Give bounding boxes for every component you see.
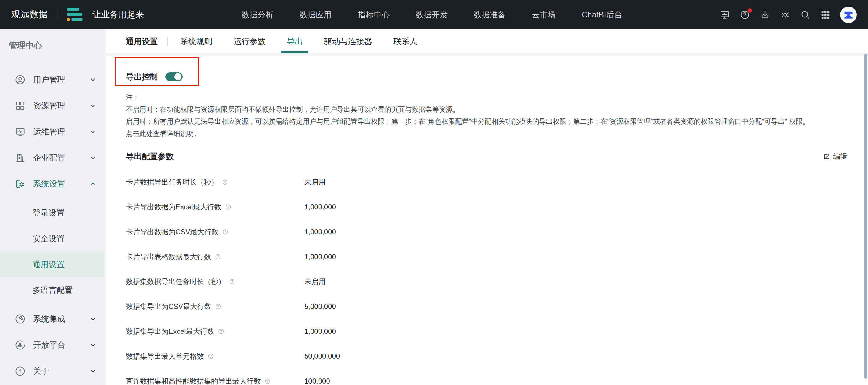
export-control-row: 导出控制	[126, 71, 868, 82]
sidebar-subitem-login-settings[interactable]: 登录设置	[0, 200, 105, 226]
question-circle-icon[interactable]	[222, 179, 228, 185]
brand-divider	[57, 9, 57, 21]
chevron-down-icon	[89, 154, 97, 162]
app-window: 观远数据 让业务用起来 数据分析 数据应用 指标中心 数据开发 数据准备 云市场…	[0, 0, 868, 385]
open-platform-icon	[14, 339, 26, 351]
sidebar-subitem-multilanguage-config[interactable]: 多语言配置	[0, 277, 105, 303]
vertical-scrollbar[interactable]	[864, 54, 867, 379]
param-value: 未启用	[304, 177, 868, 187]
tab-system-rules[interactable]: 系统规则	[180, 29, 212, 53]
nav-item-data-prep[interactable]: 数据准备	[474, 9, 506, 20]
sidebar-item-resource-management[interactable]: 资源管理	[0, 93, 105, 119]
tab-contacts[interactable]: 联系人	[394, 29, 417, 53]
sidebar-item-enterprise-config[interactable]: 企业配置	[0, 145, 105, 171]
param-value: 1,000,000	[304, 203, 868, 211]
question-circle-icon[interactable]	[265, 378, 271, 384]
wrench-circle-icon	[14, 313, 26, 325]
building-icon	[14, 152, 26, 164]
param-row-card-excel-max-rows: 卡片导出数据为Excel最大行数 1,000,000	[105, 195, 868, 219]
param-row-dataset-export-duration: 数据集数据导出任务时长（秒） 未启用	[105, 269, 868, 294]
export-control-label: 导出控制	[126, 71, 158, 82]
topbar: 观远数据 让业务用起来 数据分析 数据应用 指标中心 数据开发 数据准备 云市场…	[0, 0, 868, 29]
gear-icon[interactable]	[780, 9, 790, 20]
tab-drivers-connectors[interactable]: 驱动与连接器	[324, 29, 372, 53]
export-note: 注： 不启用时：在功能权限与资源权限层面均不做额外导出控制，允许用户导出其可以查…	[126, 91, 868, 140]
export-settings-content: 导出控制 注： 不启用时：在功能权限与资源权限层面均不做额外导出控制，允许用户导…	[105, 56, 868, 385]
chevron-down-icon	[89, 315, 97, 323]
monitor-icon	[14, 126, 26, 138]
question-circle-icon[interactable]	[218, 328, 224, 335]
sidebar: 管理中心 用户管理 资源管理 运维管理	[0, 29, 105, 385]
param-row-card-table-max-rows: 卡片导出表格数据最大行数 1,000,000	[105, 244, 868, 269]
squares-icon	[14, 100, 26, 112]
nav-item-metrics-center[interactable]: 指标中心	[358, 9, 390, 20]
brand-name: 观远数据	[11, 8, 48, 21]
sidebar-subitem-security-settings[interactable]: 安全设置	[0, 226, 105, 251]
toggle-knob	[174, 73, 182, 80]
page-title: 通用设置	[126, 36, 158, 47]
export-params-title: 导出配置参数	[126, 151, 174, 162]
sidebar-item-ops-management[interactable]: 运维管理	[0, 119, 105, 145]
brand-slogan: 让业务用起来	[92, 9, 144, 21]
sidebar-subitem-general-settings[interactable]: 通用设置	[0, 251, 105, 277]
nav-item-data-analysis[interactable]: 数据分析	[242, 9, 274, 20]
question-circle-icon[interactable]	[215, 303, 221, 310]
param-row-direct-dataset-max-rows: 直连数据集和高性能数据集的导出最大行数 100,000	[105, 369, 868, 385]
monitor-pulse-icon[interactable]	[719, 9, 730, 20]
edit-icon	[823, 153, 830, 160]
note-line: 注：	[126, 91, 868, 103]
export-params-list: 卡片数据导出任务时长（秒） 未启用 卡片导出数据为Excel最大行数 1,000…	[105, 170, 868, 385]
question-circle-icon[interactable]	[225, 204, 231, 210]
tab-export[interactable]: 导出	[287, 29, 303, 53]
chevron-down-icon	[89, 367, 97, 375]
chevron-down-icon	[89, 76, 97, 84]
nav-item-data-dev[interactable]: 数据开发	[416, 9, 447, 20]
sidebar-item-system-settings[interactable]: 系统设置	[0, 171, 105, 197]
sidebar-title: 管理中心	[9, 40, 105, 51]
settings-tabbar: 通用设置 系统规则 运行参数 导出 驱动与连接器 联系人	[105, 29, 868, 53]
sidebar-item-system-integration[interactable]: 系统集成	[0, 306, 105, 332]
param-value: 5,000,000	[304, 302, 868, 311]
param-row-dataset-csv-max-rows: 数据集导出为CSV最大行数 5,000,000	[105, 294, 868, 319]
nav-item-data-apps[interactable]: 数据应用	[300, 9, 332, 20]
tab-runtime-params[interactable]: 运行参数	[234, 29, 266, 53]
param-row-card-csv-max-rows: 卡片导出数据为CSV最大行数 1,000,000	[105, 219, 868, 244]
system-settings-submenu: 登录设置 安全设置 通用设置 多语言配置	[0, 197, 105, 306]
nav-item-cloud-market[interactable]: 云市场	[532, 9, 556, 20]
apps-grid-icon[interactable]	[820, 9, 831, 20]
question-circle-icon[interactable]	[215, 254, 221, 260]
chevron-down-icon	[89, 341, 97, 349]
param-value: 1,000,000	[304, 327, 868, 335]
download-icon[interactable]	[760, 9, 770, 20]
question-circle-icon[interactable]	[208, 353, 214, 359]
notification-badge	[747, 8, 752, 13]
topbar-icon-group	[719, 6, 857, 23]
tabbar-divider	[167, 37, 168, 46]
gear-doc-icon	[14, 178, 26, 190]
question-circle-icon[interactable]	[229, 278, 235, 285]
info-circle-icon	[14, 365, 26, 377]
chevron-down-icon	[89, 128, 97, 136]
top-navigation: 数据分析 数据应用 指标中心 数据开发 数据准备 云市场 ChatBI后台	[242, 9, 622, 20]
search-icon[interactable]	[800, 9, 811, 20]
note-line: 启用时：所有用户默认无法导出相应资源，可以按需给特定用户与用户组配置导出权限；第…	[126, 116, 868, 128]
question-circle-icon[interactable]	[222, 229, 228, 235]
brand-logo-icon	[66, 7, 86, 23]
help-circle-icon[interactable]	[740, 9, 750, 20]
export-control-toggle[interactable]	[165, 72, 183, 81]
avatar[interactable]	[840, 6, 857, 23]
nav-item-chatbi-admin[interactable]: ChatBI后台	[582, 9, 622, 20]
param-row-dataset-excel-max-rows: 数据集导出为Excel最大行数 1,000,000	[105, 319, 868, 344]
chevron-down-icon	[89, 102, 97, 110]
export-params-header: 导出配置参数 编辑	[126, 150, 868, 162]
sidebar-item-open-platform[interactable]: 开放平台	[0, 332, 105, 358]
chevron-up-icon	[89, 180, 97, 188]
sidebar-item-about[interactable]: 关于	[0, 358, 105, 384]
sidebar-menu: 用户管理 资源管理 运维管理 企业	[0, 67, 105, 384]
edit-button[interactable]: 编辑	[823, 152, 847, 161]
sidebar-item-user-management[interactable]: 用户管理	[0, 67, 105, 93]
avatar-logo-icon	[843, 9, 854, 21]
note-details-link[interactable]: 点击此处查看详细说明。	[126, 128, 868, 140]
active-tab-underline	[281, 51, 308, 53]
param-value: 50,000,000	[304, 352, 868, 360]
